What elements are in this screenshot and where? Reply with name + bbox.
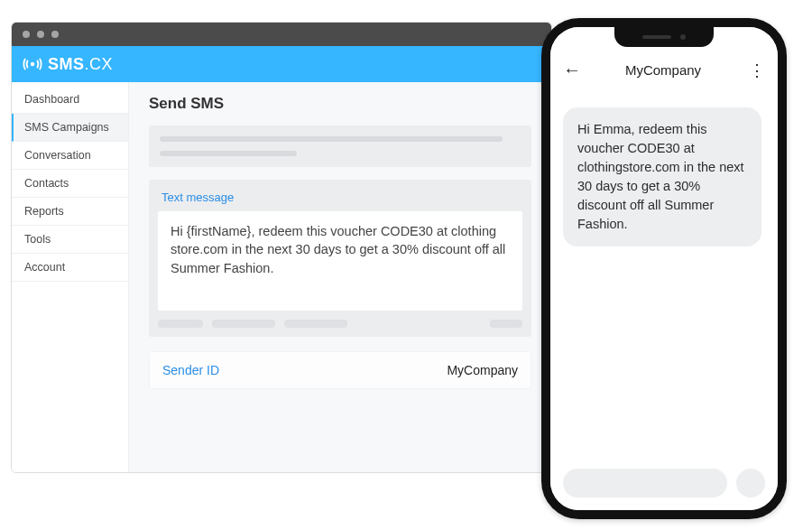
sidebar: Dashboard SMS Campaigns Conversation Con…: [12, 82, 129, 472]
traffic-dot-maximize-icon[interactable]: [51, 31, 59, 38]
text-message-footer: [158, 320, 522, 328]
text-message-label: Text message: [158, 189, 522, 211]
phone-send-button[interactable]: [736, 469, 765, 497]
sidebar-item-account[interactable]: Account: [12, 254, 128, 282]
svg-point-0: [31, 62, 35, 67]
app-body: Dashboard SMS Campaigns Conversation Con…: [12, 82, 551, 472]
sidebar-item-reports[interactable]: Reports: [12, 198, 128, 226]
traffic-dot-close-icon[interactable]: [23, 31, 30, 38]
placeholder-chip: [212, 320, 275, 328]
sidebar-item-contacts[interactable]: Contacts: [12, 170, 128, 198]
placeholder-chip: [490, 320, 522, 328]
page-title: Send SMS: [149, 95, 531, 113]
phone-sender-title: MyCompany: [590, 62, 740, 78]
phone-notch: [614, 27, 714, 47]
app-window: SMS.CX Dashboard SMS Campaigns Conversat…: [11, 22, 552, 473]
sender-id-value: MyCompany: [447, 363, 518, 377]
sender-id-row[interactable]: Sender ID MyCompany: [149, 351, 531, 389]
placeholder-chip: [284, 320, 347, 328]
back-arrow-icon[interactable]: ←: [563, 60, 581, 80]
placeholder-line: [160, 151, 297, 156]
brand-logo[interactable]: SMS.CX: [23, 54, 113, 74]
placeholder-line: [160, 136, 503, 142]
sidebar-item-dashboard[interactable]: Dashboard: [12, 86, 128, 114]
placeholder-card: [149, 126, 531, 167]
phone-reply-input[interactable]: [563, 469, 727, 497]
sidebar-item-conversation[interactable]: Conversation: [12, 142, 128, 170]
main-panel: Send SMS Text message Hi {firstName}, re…: [129, 82, 551, 472]
app-topbar: SMS.CX: [12, 46, 551, 82]
window-titlebar: [12, 23, 551, 46]
sms-bubble: Hi Emma, redeem this voucher CODE30 at c…: [563, 107, 761, 246]
sidebar-item-sms-campaigns[interactable]: SMS Campaigns: [12, 114, 128, 142]
more-vertical-icon[interactable]: ⋮: [749, 60, 765, 80]
signal-icon: [23, 54, 42, 74]
phone-header: ← MyCompany ⋮: [550, 54, 778, 89]
traffic-dot-minimize-icon[interactable]: [37, 31, 44, 38]
text-message-card: Text message Hi {firstName}, redeem this…: [149, 180, 531, 337]
text-message-input[interactable]: Hi {firstName}, redeem this voucher CODE…: [158, 211, 522, 311]
brand-text: SMS.CX: [48, 55, 113, 74]
sender-id-label: Sender ID: [162, 363, 219, 377]
sidebar-item-tools[interactable]: Tools: [12, 226, 128, 254]
phone-compose-row: [563, 469, 765, 497]
placeholder-chip: [158, 320, 203, 328]
phone-preview: ← MyCompany ⋮ Hi Emma, redeem this vouch…: [541, 18, 787, 519]
